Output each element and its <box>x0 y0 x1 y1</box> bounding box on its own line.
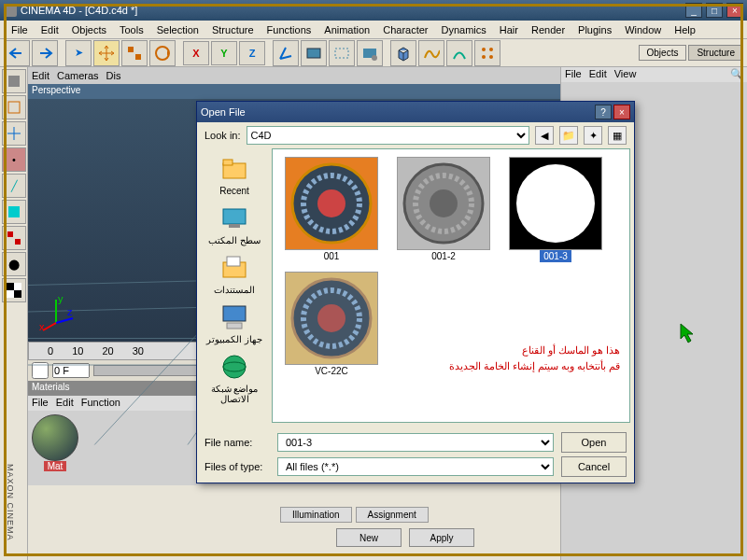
rp-file[interactable]: File <box>565 68 582 81</box>
assignment-tab[interactable]: Assignment <box>356 507 429 523</box>
rp-view[interactable]: View <box>614 68 637 81</box>
axis-x-toggle[interactable]: X <box>183 41 209 65</box>
svg-rect-4 <box>335 49 348 58</box>
objects-tab[interactable]: Objects <box>639 45 687 61</box>
minimize-button[interactable]: _ <box>685 3 702 18</box>
svg-point-10 <box>489 55 493 59</box>
menu-animation[interactable]: Animation <box>318 22 375 37</box>
file-item[interactable]: 001 <box>280 157 383 262</box>
svg-point-53 <box>317 304 345 332</box>
point-mode-icon[interactable]: • <box>2 147 26 172</box>
model-mode-icon[interactable] <box>2 69 26 93</box>
svg-point-46 <box>317 189 345 217</box>
new-button[interactable]: New <box>336 528 402 547</box>
filetype-label: Files of type: <box>204 461 270 472</box>
svg-rect-37 <box>229 224 240 228</box>
cursor-icon <box>679 322 698 344</box>
svg-rect-18 <box>14 290 21 298</box>
menu-structure[interactable]: Structure <box>206 22 260 37</box>
checker-icon[interactable] <box>2 278 26 302</box>
place-network[interactable]: مواضع شبكة الاتصال <box>199 352 270 404</box>
place-computer[interactable]: جهاز الكمبيوتر <box>206 302 262 344</box>
menu-functions[interactable]: Functions <box>261 22 317 37</box>
main-menubar: File Edit Objects Tools Selection Struct… <box>0 21 747 39</box>
filetype-combo[interactable]: All files (*.*) <box>277 457 554 476</box>
menu-edit[interactable]: Edit <box>35 22 64 37</box>
render-settings-button[interactable] <box>357 40 383 66</box>
dialog-help-button[interactable]: ? <box>595 105 612 119</box>
lookin-combo[interactable]: C4D <box>247 126 529 145</box>
vp-cameras[interactable]: Cameras <box>57 70 99 81</box>
svg-rect-11 <box>8 76 20 87</box>
file-item[interactable]: VC-22C <box>280 272 383 377</box>
view-menu-icon[interactable]: ▦ <box>608 126 627 145</box>
menu-render[interactable]: Render <box>526 22 571 37</box>
cancel-button[interactable]: Cancel <box>561 456 627 477</box>
menu-plugins[interactable]: Plugins <box>572 22 617 37</box>
vp-display[interactable]: Dis <box>106 70 121 81</box>
filename-field[interactable]: 001-3 <box>277 433 554 452</box>
select-tool[interactable]: ➤ <box>65 40 92 66</box>
menu-selection[interactable]: Selection <box>151 22 204 37</box>
anim-mode-icon[interactable]: ⬤ <box>2 252 26 276</box>
maximize-button[interactable]: □ <box>706 3 723 18</box>
poly-mode-icon[interactable] <box>2 200 26 224</box>
menu-help[interactable]: Help <box>669 22 701 37</box>
axis-y-toggle[interactable]: Y <box>211 41 237 65</box>
dialog-close-button[interactable]: × <box>613 105 630 119</box>
file-item[interactable]: 001-2 <box>392 157 495 262</box>
rp-edit[interactable]: Edit <box>589 68 607 81</box>
render-button[interactable] <box>301 40 327 66</box>
spline-button[interactable] <box>418 40 444 66</box>
open-button[interactable]: Open <box>561 432 627 453</box>
window-titlebar: CINEMA 4D - [C4D.c4d *] _ □ × <box>0 0 747 21</box>
svg-point-50 <box>516 164 595 243</box>
svg-rect-39 <box>227 257 240 266</box>
menu-objects[interactable]: Objects <box>66 22 112 37</box>
menu-hair[interactable]: Hair <box>494 22 524 37</box>
render-region-button[interactable] <box>329 40 355 66</box>
annotation-text: هذا هو الماسك أو القناع قم بأنتخابه وبه … <box>449 343 620 375</box>
axis-z-toggle[interactable]: Z <box>239 41 265 65</box>
redo-button[interactable] <box>32 40 58 66</box>
structure-tab[interactable]: Structure <box>688 45 743 61</box>
back-icon[interactable]: ◀ <box>535 126 554 145</box>
svg-rect-0 <box>128 47 134 52</box>
menu-window[interactable]: Window <box>619 22 667 37</box>
menu-file[interactable]: File <box>6 22 34 37</box>
apply-button[interactable]: Apply <box>409 528 474 547</box>
search-icon[interactable]: 🔍 <box>730 68 743 81</box>
svg-rect-41 <box>227 323 242 329</box>
open-file-dialog: Open File ? × Look in: C4D ◀ 📁 ✦ ▦ Recen… <box>196 101 635 483</box>
file-item-selected[interactable]: 001-3 <box>504 157 607 262</box>
nurbs-button[interactable] <box>446 40 472 66</box>
move-tool[interactable] <box>93 40 120 66</box>
scale-tool[interactable] <box>121 40 148 66</box>
vp-edit[interactable]: Edit <box>32 70 49 81</box>
rotate-tool[interactable] <box>149 40 176 66</box>
svg-rect-1 <box>135 54 141 60</box>
illumination-tab[interactable]: Illumination <box>280 507 352 523</box>
viewport-menubar: Edit Cameras Dis <box>28 67 560 84</box>
menu-character[interactable]: Character <box>377 22 433 37</box>
place-recent[interactable]: Recent <box>219 154 249 196</box>
svg-rect-3 <box>307 49 320 58</box>
menu-tools[interactable]: Tools <box>114 22 149 37</box>
array-button[interactable] <box>474 40 500 66</box>
filename-label: File name: <box>204 437 270 448</box>
svg-rect-12 <box>8 102 20 113</box>
axis-mode-icon[interactable] <box>2 121 26 146</box>
up-folder-icon[interactable]: 📁 <box>559 126 578 145</box>
place-documents[interactable]: المستندات <box>214 253 255 295</box>
place-desktop[interactable]: سطح المكتب <box>208 203 261 245</box>
undo-button[interactable] <box>4 40 30 66</box>
new-folder-icon[interactable]: ✦ <box>584 126 602 145</box>
menu-dynamics[interactable]: Dynamics <box>436 22 492 37</box>
texture-mode-icon[interactable] <box>2 226 26 250</box>
close-button[interactable]: × <box>726 3 743 18</box>
primitive-cube-button[interactable] <box>390 40 416 66</box>
coord-tool[interactable] <box>273 40 299 66</box>
object-mode-icon[interactable] <box>2 95 26 119</box>
edge-mode-icon[interactable]: ╱ <box>2 174 26 198</box>
viewport-label: Perspective <box>28 84 560 99</box>
